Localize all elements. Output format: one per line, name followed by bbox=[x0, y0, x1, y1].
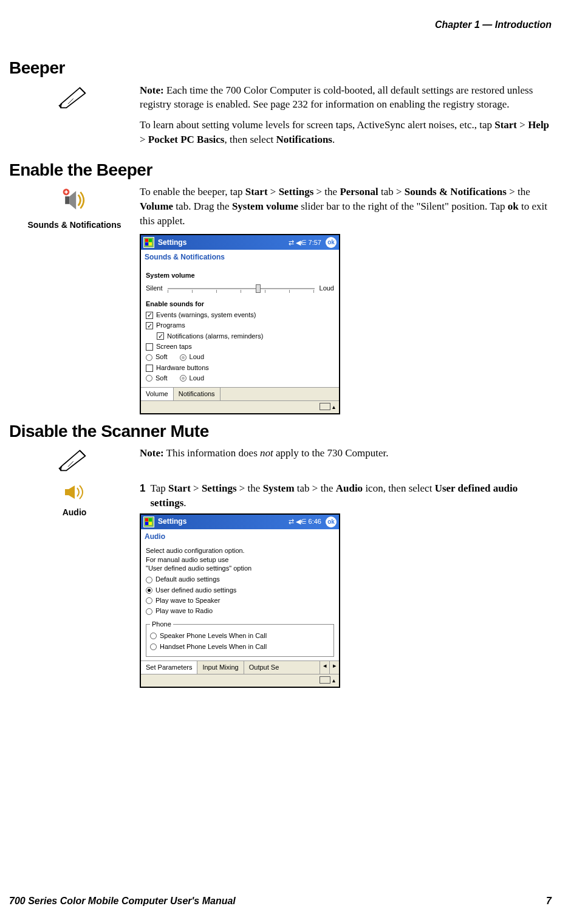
radio-wave-speaker[interactable] bbox=[146, 597, 152, 604]
connectivity-icon: ⇄ bbox=[289, 238, 294, 247]
tab-volume[interactable]: Volume bbox=[141, 388, 174, 400]
svg-rect-3 bbox=[66, 190, 67, 193]
opt-default: Default audio settings bbox=[156, 575, 220, 584]
tab-set-parameters[interactable]: Set Parameters bbox=[141, 661, 197, 674]
screen-taps-label: Screen taps bbox=[156, 342, 192, 351]
opt-speaker-phone: Speaker Phone Levels When in Call bbox=[160, 631, 267, 640]
notifications-label: Notifications (alarms, reminders) bbox=[167, 332, 263, 341]
soft-label-1: Soft bbox=[156, 352, 168, 362]
svg-rect-11 bbox=[145, 522, 148, 525]
audio-icon bbox=[63, 492, 87, 504]
learn-paragraph: To learn about setting volume levels for… bbox=[140, 118, 552, 147]
note-icon bbox=[58, 463, 91, 475]
manual-title: 700 Series Color Mobile Computer User's … bbox=[9, 894, 236, 908]
note-text: Each time the 700 Color Computer is cold… bbox=[140, 84, 533, 111]
titlebar-text: Settings bbox=[158, 516, 289, 527]
enable-sounds-label: Enable sounds for bbox=[146, 300, 334, 309]
phone-legend: Phone bbox=[150, 620, 173, 629]
tab-scroll-right[interactable]: ▸ bbox=[329, 661, 339, 674]
keyboard-icon[interactable] bbox=[320, 676, 330, 684]
sounds-icon-label: Sounds & Notifications bbox=[9, 219, 140, 232]
page-header: Chapter 1 — Introduction bbox=[9, 18, 552, 32]
screenshot-audio: Settings ⇄ ◀∈ 6:46 ok Audio Select audio… bbox=[140, 513, 340, 688]
loud-label-1: Loud bbox=[190, 352, 204, 362]
note-icon bbox=[58, 100, 91, 112]
note-paragraph: Note: Each time the 700 Color Computer i… bbox=[140, 83, 552, 112]
hw-buttons-label: Hardware buttons bbox=[156, 363, 209, 372]
phone-group: Phone Speaker Phone Levels When in Call … bbox=[146, 620, 334, 657]
svg-rect-0 bbox=[65, 196, 69, 204]
system-volume-label: System volume bbox=[146, 271, 334, 280]
sip-arrow-icon[interactable]: ▴ bbox=[332, 403, 335, 411]
system-tray: ⇄ ◀∈ 6:46 ok bbox=[289, 516, 337, 527]
svg-rect-10 bbox=[149, 518, 152, 521]
ok-button[interactable]: ok bbox=[326, 516, 337, 527]
svg-rect-8 bbox=[65, 489, 69, 495]
system-tray: ⇄ ◀∈ 7:57 ok bbox=[289, 237, 337, 248]
note-label: Note: bbox=[140, 447, 164, 459]
silent-label: Silent bbox=[146, 284, 163, 293]
clock-time: 7:57 bbox=[309, 238, 321, 247]
radio-speaker-phone[interactable] bbox=[150, 633, 157, 639]
heading-beeper: Beeper bbox=[9, 56, 552, 80]
svg-rect-5 bbox=[149, 239, 152, 242]
start-flag-icon[interactable] bbox=[143, 237, 154, 248]
svg-rect-7 bbox=[149, 242, 152, 245]
step-number: 1 bbox=[140, 481, 145, 510]
volume-tray-icon: ◀∈ bbox=[296, 238, 307, 247]
opt-handset-phone: Handset Phone Levels When in Call bbox=[160, 642, 267, 651]
sounds-notifications-icon bbox=[61, 205, 88, 216]
tab-bar: Set Parameters Input Mixing Output Se ◂▸ bbox=[141, 661, 339, 674]
checkbox-events[interactable] bbox=[146, 312, 153, 319]
page-footer: 700 Series Color Mobile Computer User's … bbox=[9, 894, 552, 908]
audio-icon-label: Audio bbox=[9, 507, 140, 519]
disable-note: Note: This information does not apply to… bbox=[140, 446, 552, 461]
opt-user: User defined audio settings bbox=[156, 586, 236, 595]
tab-scroll-left[interactable]: ◂ bbox=[320, 661, 329, 674]
checkbox-notifications[interactable] bbox=[157, 332, 164, 340]
sip-arrow-icon[interactable]: ▴ bbox=[332, 676, 335, 685]
soft-label-2: Soft bbox=[156, 374, 168, 383]
checkbox-hardware-buttons[interactable] bbox=[146, 365, 153, 372]
svg-rect-12 bbox=[149, 522, 152, 525]
loud-label-2: Loud bbox=[190, 374, 204, 383]
enable-paragraph: To enable the beeper, tap Start > Settin… bbox=[140, 185, 552, 228]
svg-rect-6 bbox=[145, 242, 148, 245]
tab-bar: Volume Notifications bbox=[141, 387, 339, 400]
slider-thumb[interactable] bbox=[256, 284, 261, 293]
applet-title: Sounds & Notifications bbox=[141, 250, 339, 265]
radio-hw-soft[interactable] bbox=[146, 375, 152, 382]
loud-label: Loud bbox=[320, 284, 334, 293]
applet-title: Audio bbox=[141, 529, 339, 544]
radio-hw-loud[interactable] bbox=[180, 375, 186, 382]
radio-handset-phone[interactable] bbox=[150, 643, 157, 650]
tab-notifications[interactable]: Notifications bbox=[174, 388, 220, 400]
keyboard-icon[interactable] bbox=[320, 403, 330, 410]
svg-rect-4 bbox=[145, 239, 148, 242]
ok-button[interactable]: ok bbox=[326, 237, 337, 248]
events-label: Events (warnings, system events) bbox=[156, 311, 256, 320]
intro-text: Select audio configuration option. For m… bbox=[146, 546, 334, 572]
radio-wave-radio[interactable] bbox=[146, 608, 152, 615]
radio-default-audio[interactable] bbox=[146, 577, 152, 583]
connectivity-icon: ⇄ bbox=[289, 517, 294, 526]
radio-user-defined[interactable] bbox=[146, 587, 152, 594]
note-label: Note: bbox=[140, 84, 164, 96]
step-1: 1 Tap Start > Settings > the System tab … bbox=[140, 481, 552, 510]
clock-time: 6:46 bbox=[309, 517, 321, 526]
tab-input-mixing[interactable]: Input Mixing bbox=[197, 661, 244, 674]
start-flag-icon[interactable] bbox=[143, 516, 154, 527]
tab-output[interactable]: Output Se bbox=[244, 661, 284, 674]
titlebar-text: Settings bbox=[158, 238, 289, 248]
volume-tray-icon: ◀∈ bbox=[296, 517, 307, 526]
opt-radio: Play wave to Radio bbox=[156, 606, 213, 616]
checkbox-programs[interactable] bbox=[146, 322, 153, 329]
screenshot-sounds-notifications: Settings ⇄ ◀∈ 7:57 ok Sounds & Notificat… bbox=[140, 234, 340, 414]
checkbox-screen-taps[interactable] bbox=[146, 343, 153, 351]
volume-slider[interactable] bbox=[168, 283, 315, 295]
radio-taps-loud[interactable] bbox=[180, 354, 186, 361]
opt-speaker: Play wave to Speaker bbox=[156, 596, 220, 605]
heading-enable-beeper: Enable the Beeper bbox=[9, 158, 552, 182]
page-number: 7 bbox=[546, 894, 552, 908]
radio-taps-soft[interactable] bbox=[146, 354, 152, 361]
